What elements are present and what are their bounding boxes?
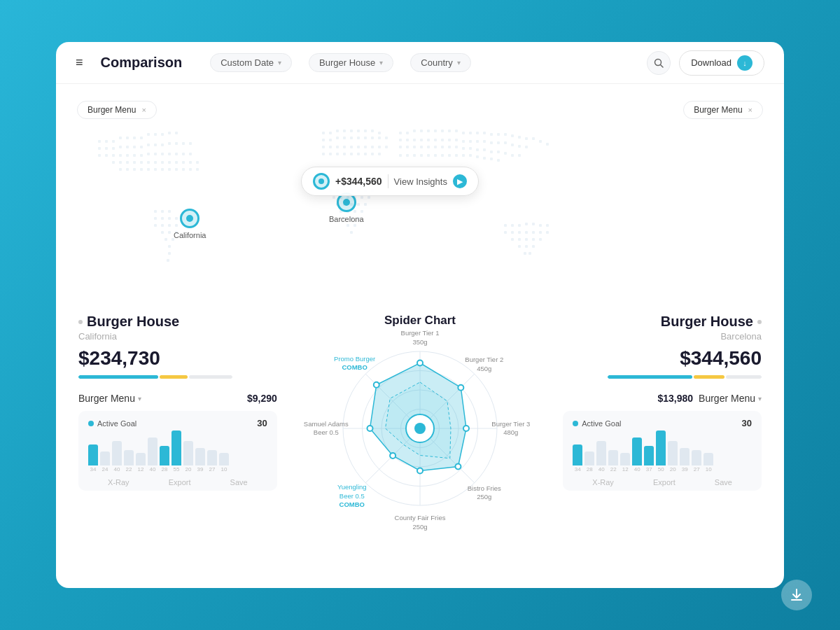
svg-rect-58 bbox=[140, 168, 143, 171]
pin-inner bbox=[186, 215, 193, 222]
svg-rect-201 bbox=[413, 146, 416, 148]
svg-rect-241 bbox=[518, 231, 521, 234]
left-menu-label[interactable]: Burger Menu ▾ bbox=[78, 393, 141, 404]
tooltip-arrow-icon[interactable]: ▶ bbox=[453, 174, 467, 188]
chart-footer-link[interactable]: Save bbox=[715, 478, 732, 486]
barcelona-pin[interactable]: Barcelona bbox=[329, 192, 364, 223]
svg-rect-16 bbox=[112, 147, 115, 150]
left-map-selector[interactable]: Burger Menu × bbox=[77, 101, 157, 119]
bar-item: 24 bbox=[100, 451, 110, 472]
right-menu-label[interactable]: Burger Menu ▾ bbox=[699, 393, 762, 404]
svg-rect-234 bbox=[518, 224, 521, 227]
svg-rect-197 bbox=[518, 145, 521, 148]
country-filter[interactable]: Country ▾ bbox=[410, 53, 471, 72]
chart-footer-link[interactable]: X-Ray bbox=[108, 478, 130, 486]
svg-rect-85 bbox=[167, 259, 169, 262]
svg-rect-26 bbox=[182, 142, 185, 145]
svg-rect-84 bbox=[168, 252, 171, 255]
california-pin[interactable]: California bbox=[174, 209, 206, 239]
svg-rect-230 bbox=[490, 158, 493, 160]
svg-rect-63 bbox=[175, 168, 178, 171]
bar-item: 22 bbox=[124, 450, 134, 472]
bar bbox=[656, 430, 666, 465]
svg-rect-79 bbox=[168, 231, 171, 234]
svg-rect-52 bbox=[182, 161, 185, 164]
close-icon[interactable]: × bbox=[141, 106, 146, 114]
svg-point-274 bbox=[417, 468, 423, 474]
chart-footer-link[interactable]: Export bbox=[169, 478, 191, 486]
view-insights-button[interactable]: View Insights bbox=[394, 176, 447, 187]
right-progress-blue bbox=[608, 375, 692, 379]
svg-rect-191 bbox=[476, 140, 479, 143]
spider-label: Samuel AdamsBeer 0.5 bbox=[304, 420, 349, 438]
bar-label: 10 bbox=[706, 466, 712, 472]
bar-label: 24 bbox=[102, 466, 108, 472]
svg-rect-187 bbox=[448, 139, 451, 141]
svg-rect-112 bbox=[371, 146, 374, 148]
svg-rect-205 bbox=[441, 146, 444, 148]
svg-rect-117 bbox=[336, 153, 339, 155]
menu-icon[interactable]: ≡ bbox=[76, 55, 84, 70]
svg-rect-171 bbox=[490, 133, 493, 136]
bar bbox=[172, 430, 181, 465]
svg-rect-119 bbox=[350, 153, 353, 155]
svg-rect-193 bbox=[490, 141, 493, 144]
svg-rect-96 bbox=[329, 139, 332, 141]
bar-label: 55 bbox=[174, 466, 180, 472]
svg-rect-248 bbox=[525, 238, 528, 241]
right-mini-chart: Active Goal 30 342840221240375020392710 … bbox=[563, 411, 762, 491]
map-tooltip[interactable]: +$344,560 View Insights ▶ bbox=[301, 167, 479, 196]
right-map-selector[interactable]: Burger Menu × bbox=[683, 101, 763, 119]
close-icon[interactable]: × bbox=[748, 106, 752, 114]
bar-label: 39 bbox=[197, 466, 204, 472]
svg-rect-99 bbox=[350, 136, 353, 139]
svg-rect-172 bbox=[497, 133, 500, 136]
svg-rect-56 bbox=[126, 168, 129, 171]
svg-rect-25 bbox=[175, 142, 178, 145]
svg-rect-24 bbox=[168, 142, 171, 145]
svg-rect-100 bbox=[357, 136, 360, 139]
download-icon: ↓ bbox=[737, 55, 752, 71]
svg-rect-207 bbox=[455, 146, 458, 148]
svg-point-270 bbox=[417, 360, 423, 366]
svg-rect-214 bbox=[504, 152, 507, 155]
left-chart-footer: X-RayExportSave bbox=[88, 478, 267, 486]
svg-rect-181 bbox=[406, 139, 409, 141]
svg-rect-177 bbox=[532, 137, 535, 140]
comparison-row: Burger House California $234,730 Burger … bbox=[56, 308, 784, 588]
chart-footer-link[interactable]: X-Ray bbox=[592, 478, 614, 486]
bar-item: 20 bbox=[668, 441, 678, 472]
bar-label: 34 bbox=[90, 466, 97, 472]
svg-rect-10 bbox=[154, 133, 157, 136]
search-button[interactable] bbox=[647, 51, 671, 75]
svg-rect-203 bbox=[427, 146, 430, 148]
svg-rect-83 bbox=[168, 245, 171, 248]
svg-point-271 bbox=[458, 385, 463, 391]
chart-footer-link[interactable]: Save bbox=[230, 478, 248, 486]
right-brand-name: Burger House bbox=[661, 314, 753, 330]
svg-rect-87 bbox=[329, 132, 332, 134]
svg-rect-86 bbox=[322, 132, 325, 134]
active-goal-dot bbox=[88, 421, 94, 426]
custom-date-filter[interactable]: Custom Date ▾ bbox=[210, 53, 292, 72]
download-button[interactable]: Download ↓ bbox=[679, 50, 764, 76]
svg-rect-164 bbox=[441, 130, 444, 132]
burger-house-filter[interactable]: Burger House ▾ bbox=[309, 53, 393, 72]
bar-item: 40 bbox=[596, 441, 606, 472]
svg-rect-50 bbox=[168, 161, 171, 164]
svg-rect-108 bbox=[343, 146, 346, 148]
svg-rect-253 bbox=[532, 245, 535, 248]
svg-rect-20 bbox=[140, 146, 143, 148]
bar bbox=[112, 441, 122, 465]
header: ≡ Comparison Custom Date ▾ Burger House … bbox=[56, 42, 784, 84]
svg-rect-30 bbox=[112, 154, 115, 157]
svg-rect-109 bbox=[350, 146, 353, 148]
bar-label: 10 bbox=[221, 466, 227, 472]
svg-rect-156 bbox=[354, 224, 356, 227]
floating-download-button[interactable] bbox=[781, 580, 812, 610]
bar-label: 40 bbox=[634, 466, 640, 472]
svg-rect-78 bbox=[161, 231, 164, 234]
svg-rect-229 bbox=[483, 157, 486, 160]
chart-footer-link[interactable]: Export bbox=[653, 478, 676, 486]
left-progress-bar bbox=[78, 375, 232, 379]
